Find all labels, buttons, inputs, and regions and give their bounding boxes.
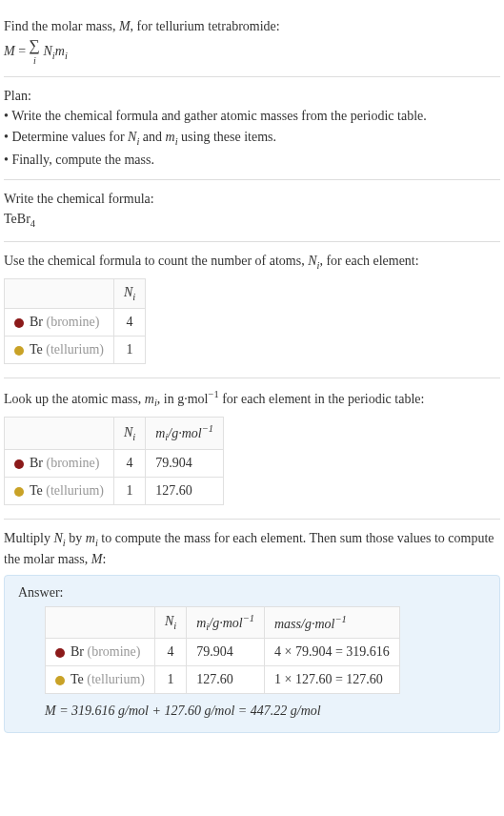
answer-label: Answer: [18,585,486,601]
table-header-row: Ni [5,279,146,309]
m-cell: 79.904 [187,639,265,666]
mult-suffix: : [102,552,106,566]
chemical-formula: TeBr4 [4,210,500,231]
n-cell: 4 [113,449,145,477]
m-hdr-exp: −1 [202,423,213,434]
n-header: Ni [113,418,145,449]
table-header-row: Ni mi/g·mol−1 [5,418,224,449]
formula-N: N [43,44,51,58]
multiply-section: Multiply Ni by mi to compute the mass fo… [4,520,500,742]
elem-name: (tellurium) [46,483,104,498]
intro-prefix: Find the molar mass, [4,19,119,33]
table-row: Br (bromine) 4 [5,309,146,337]
table-header-row: Ni mi/g·mol−1 mass/g·mol−1 [46,606,400,638]
mult-m: m [86,531,95,545]
elem-name: (tellurium) [87,672,145,686]
element-dot-icon [55,648,65,658]
count-N: N [308,254,316,268]
mass-exp: −1 [208,389,218,399]
m-cell: 127.60 [187,666,265,694]
molar-mass-formula: M = ∑ i Nimi [4,38,500,67]
m-cell: 127.60 [146,477,224,504]
plan-bullet-2: • Determine values for Ni and mi using t… [4,128,500,149]
formula-eq: = [15,44,30,58]
element-cell: Te (tellurium) [5,477,114,504]
chemical-formula-section: Write the chemical formula: TeBr4 [4,180,500,242]
elem-name: (tellurium) [46,342,104,357]
n-hdr-sym: N [124,285,132,299]
m-header: mi/g·mol−1 [146,418,224,449]
answer-inner: Ni mi/g·mol−1 mass/g·mol−1 Br (bromine) … [18,606,486,719]
elem-name: (bromine) [88,644,141,659]
element-dot-icon [14,459,24,469]
n-hdr-sym: N [124,425,132,439]
table-row: Te (tellurium) 1 [5,337,146,364]
table-row: Br (bromine) 4 79.904 [5,449,224,477]
count-table: Ni Br (bromine) 4 Te (tellurium) 1 [4,278,146,364]
table-row: Te (tellurium) 1 127.60 1 × 127.60 = 127… [46,666,400,694]
mass-hdr-text: mass/g·mol [274,616,334,630]
element-cell: Te (tellurium) [46,666,155,694]
mult-M: M [91,552,103,566]
plan-b2-m: m [166,130,175,144]
final-answer: M = 319.616 g/mol + 127.60 g/mol = 447.2… [45,704,486,719]
intro-line-1: Find the molar mass, M, for tellurium te… [4,17,500,36]
element-cell: Te (tellurium) [5,337,114,364]
mass-header: mass/g·mol−1 [265,606,400,638]
n-cell: 4 [154,639,186,666]
blank-header [46,606,155,638]
n-hdr-sym: N [165,614,173,628]
mass-hdr-exp: −1 [334,614,346,624]
compound-sub: 4 [30,218,35,229]
answer-table: Ni mi/g·mol−1 mass/g·mol−1 Br (bromine) … [45,606,400,694]
n-hdr-sub: i [132,292,135,302]
compound-base: TeBr [4,212,30,226]
element-dot-icon [14,346,24,356]
formula-m-sub: i [65,51,68,61]
mass-table: Ni mi/g·mol−1 Br (bromine) 4 79.904 Te (… [4,417,224,504]
m-header: mi/g·mol−1 [187,606,265,638]
mass-m: m [145,392,154,406]
elem-sym: Br [30,456,43,470]
atomic-mass-section: Look up the atomic mass, mi, in g·mol−1 … [4,378,500,520]
mult-mid: by [66,531,86,545]
elem-sym: Br [71,644,84,659]
elem-sym: Te [30,342,43,357]
elem-sym: Te [71,672,84,686]
element-cell: Br (bromine) [5,309,114,337]
element-dot-icon [14,487,24,497]
n-cell: 1 [113,477,145,504]
blank-header [5,418,114,449]
table-row: Te (tellurium) 1 127.60 [5,477,224,504]
n-header: Ni [113,279,145,309]
count-prefix: Use the chemical formula to count the nu… [4,254,308,268]
intro-var-M: M [119,19,131,33]
mult-prefix: Multiply [4,531,54,545]
plan-b2-prefix: • Determine values for [4,130,128,144]
plan-heading: Plan: [4,87,500,106]
n-cell: 1 [154,666,186,694]
table-row: Br (bromine) 4 79.904 4 × 79.904 = 319.6… [46,639,400,666]
formula-M: M [4,44,15,58]
intro-section: Find the molar mass, M, for tellurium te… [4,8,500,77]
plan-b2-suffix: using these items. [178,130,276,144]
elem-name: (bromine) [47,315,100,329]
elem-sym: Br [30,315,43,329]
n-header: Ni [154,606,186,638]
count-suffix: , for each element: [319,254,418,268]
sum-symbol: ∑ [30,37,40,53]
plan-b2-and: and [139,130,165,144]
m-hdr-unit: /g·mol [168,426,201,440]
n-hdr-sub: i [173,621,176,631]
element-cell: Br (bromine) [5,449,114,477]
plan-bullet-3: • Finally, compute the mass. [4,151,500,170]
n-cell: 4 [113,309,145,337]
element-cell: Br (bromine) [46,639,155,666]
m-hdr-exp: −1 [243,613,254,623]
intro-suffix: , for tellurium tetrabromide: [131,19,280,33]
mass-suffix: for each element in the periodic table: [219,392,425,406]
mass-text: Look up the atomic mass, mi, in g·mol−1 … [4,388,500,411]
formula-m: m [55,44,65,58]
mass-prefix: Look up the atomic mass, [4,392,145,406]
count-section: Use the chemical formula to count the nu… [4,242,500,378]
